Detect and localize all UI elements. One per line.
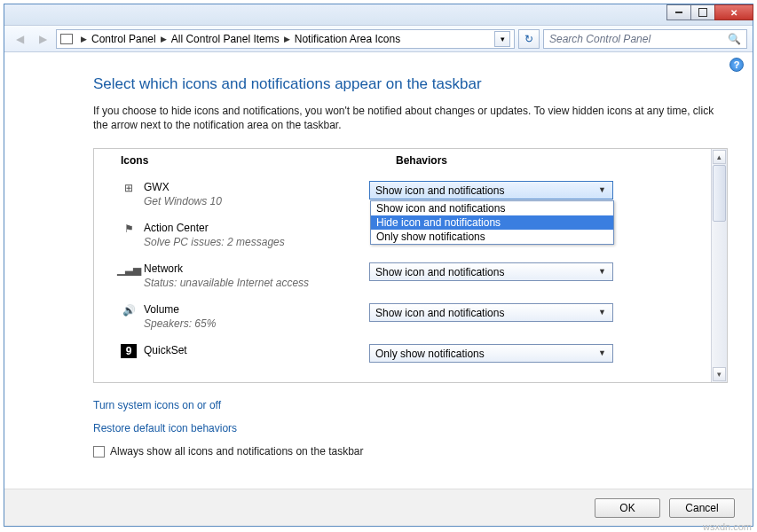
crumb-0[interactable]: Control Panel [91,33,156,45]
behavior-select[interactable]: Show icon and notifications▼ [369,303,613,322]
item-name: Volume [144,303,216,316]
always-show-checkbox[interactable] [93,446,105,458]
crumb-2[interactable]: Notification Area Icons [295,33,400,45]
scrollbar[interactable]: ▴ ▾ [711,149,727,382]
behavior-select[interactable]: Show icon and notifications▼ [369,181,613,200]
item-name: Action Center [144,222,285,234]
item-subtitle: Status: unavailable Internet access [144,277,309,289]
control-panel-icon [60,34,73,44]
search-input[interactable]: Search Control Panel 🔍 [543,29,747,49]
maximize-button[interactable] [690,4,715,20]
col-icons: Icons [121,154,396,167]
breadcrumb-dropdown[interactable]: ▾ [494,31,510,47]
refresh-button[interactable]: ↻ [518,29,540,49]
ok-button[interactable]: OK [595,498,660,518]
forward-button[interactable]: ▶ [33,29,52,49]
cancel-button[interactable]: Cancel [669,498,735,518]
list-item: ▁▃▅NetworkStatus: unavailable Internet a… [121,255,706,296]
item-name: Network [144,262,309,275]
watermark: wsxdn.com [703,521,752,532]
help-icon[interactable]: ? [729,58,744,72]
icons-list: Icons Behaviors ⊞GWXGet Windows 10Show i… [93,148,728,383]
always-show-label: Always show all icons and notifications … [110,445,364,458]
breadcrumb[interactable]: ▶Control Panel ▶All Control Panel Items … [56,29,515,49]
search-icon[interactable]: 🔍 [728,33,741,45]
list-item: 🔊VolumeSpeakers: 65%Show icon and notifi… [121,296,706,337]
item-name: QuickSet [144,344,187,356]
gwx-icon: ⊞ [121,181,137,195]
behavior-dropdown-list[interactable]: Show icon and notificationsHide icon and… [370,200,614,245]
speaker-icon: 🔊 [121,303,137,317]
chevron-down-icon: ▼ [598,267,609,278]
col-behaviors: Behaviors [396,154,722,167]
behavior-select[interactable]: Only show notifications▼ [369,344,613,363]
behavior-select[interactable]: Show icon and notifications▼ [369,262,613,281]
bars-icon: ▁▃▅ [121,262,137,277]
address-bar: ◀ ▶ ▶Control Panel ▶All Control Panel It… [4,26,753,52]
crumb-1[interactable]: All Control Panel Items [171,33,280,45]
link-restore-defaults[interactable]: Restore default icon behaviors [93,422,728,434]
scroll-up-button[interactable]: ▴ [713,150,726,164]
search-placeholder: Search Control Panel [549,33,651,45]
chevron-down-icon: ▼ [598,348,609,359]
behavior-option[interactable]: Hide icon and notifications [371,215,613,230]
list-item: 9QuickSetOnly show notifications▼ [121,337,706,370]
titlebar: ✕ [4,4,753,26]
flag-icon: ⚑ [121,222,137,236]
scroll-thumb[interactable] [713,165,726,222]
chevron-down-icon: ▼ [598,185,609,196]
back-button[interactable]: ◀ [10,29,29,49]
item-subtitle: Speakers: 65% [144,317,216,330]
footer: OK Cancel [4,489,753,526]
item-subtitle: Get Windows 10 [144,195,222,207]
scroll-down-button[interactable]: ▾ [713,367,726,381]
page-description: If you choose to hide icons and notifica… [93,104,728,132]
item-name: GWX [144,181,222,193]
behavior-option[interactable]: Show icon and notifications [371,201,613,215]
link-system-icons[interactable]: Turn system icons on or off [93,399,728,411]
item-subtitle: Solve PC issues: 2 messages [144,236,285,248]
minimize-button[interactable] [666,4,691,20]
close-button[interactable]: ✕ [714,4,753,20]
behavior-option[interactable]: Only show notifications [371,230,613,244]
page-title: Select which icons and notifications app… [93,75,728,93]
chevron-down-icon: ▼ [598,308,609,318]
num9-icon: 9 [121,344,137,358]
